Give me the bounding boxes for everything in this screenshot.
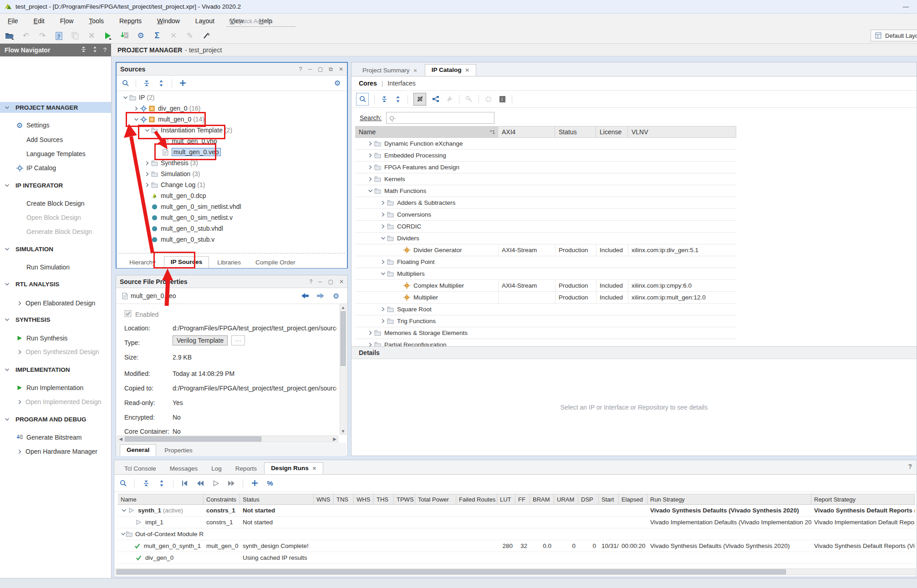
close-icon[interactable]: ✕ (413, 68, 418, 73)
panel-maximize-icon[interactable]: ▢ (318, 66, 323, 72)
tab-log[interactable]: Log (205, 463, 228, 474)
ip-row-multipliers[interactable]: Multipliers (355, 268, 736, 280)
sidebar-section-synthesis[interactable]: SYNTHESIS (0, 314, 111, 325)
chevron-right-icon[interactable] (380, 319, 386, 324)
column-header-name[interactable]: Name (118, 494, 204, 505)
column-header-failed-routes[interactable]: Failed Routes (456, 494, 497, 505)
search-icon[interactable] (121, 80, 129, 86)
column-header-vlnv[interactable]: VLNV (628, 126, 736, 138)
column-header-total-power[interactable]: Total Power (415, 494, 456, 505)
chevron-right-icon[interactable] (367, 177, 373, 182)
column-header-name[interactable]: Name^1 (355, 126, 498, 138)
column-header-lut[interactable]: LUT (497, 494, 515, 505)
run-row-mult-gen-0-synth-1[interactable]: mult_gen_0_synth_1mult_gen_0synth_design… (117, 540, 915, 552)
expand-all-icon[interactable] (158, 480, 166, 487)
tree-item-instantiation-template[interactable]: Instantiation Template(2) (117, 125, 347, 136)
delete-button[interactable]: ✕ (87, 31, 97, 41)
percent-icon[interactable]: % (266, 479, 274, 487)
filter-taxonomy-icon[interactable] (413, 93, 426, 106)
menu-layout[interactable]: Layout (188, 17, 222, 25)
column-header-tns[interactable]: TNS (334, 494, 354, 505)
run-row-div-gen-0[interactable]: div_gen_0Using cached IP results (117, 552, 915, 564)
properties-hscrollbar[interactable]: ◀ ▶ (117, 436, 338, 442)
add-run-icon[interactable] (250, 480, 259, 487)
ip-row-dividers[interactable]: Dividers (355, 233, 736, 244)
chip-icon[interactable] (484, 96, 493, 103)
type-more-button[interactable]: ··· (231, 335, 245, 345)
properties-vscrollbar[interactable]: ▲ ▼ (340, 304, 346, 435)
panel-minimize-icon[interactable]: ─ (318, 279, 322, 285)
menu-file[interactable]: File (0, 17, 26, 25)
run-row-out-of-context-module-runs[interactable]: Out-of-Context Module Runs (117, 528, 915, 540)
panel-maximize-icon[interactable]: ▢ (328, 279, 333, 285)
tab-ip-catalog[interactable]: IP Catalog✕ (425, 64, 476, 76)
forward-arrow-icon[interactable] (316, 293, 325, 299)
sidebar-section-program-and-debug[interactable]: PROGRAM AND DEBUG (0, 414, 111, 425)
ip-row-math-functions[interactable]: Math Functions (355, 185, 736, 197)
chevron-down-icon[interactable] (122, 95, 128, 100)
wand-icon[interactable] (201, 31, 211, 41)
tree-item-ip[interactable]: IP(2) (117, 92, 347, 103)
sidebar-section-project-manager[interactable]: PROJECT MANAGER (0, 102, 111, 113)
sidebar-item-language-templates[interactable]: Language Templates (0, 148, 111, 159)
step-forward-icon[interactable] (227, 480, 235, 487)
goto-start-icon[interactable] (181, 480, 189, 487)
column-header-tpws[interactable]: TPWS (394, 494, 415, 505)
tab-reports[interactable]: Reports (229, 463, 263, 474)
column-header-uram[interactable]: URAM (554, 494, 578, 505)
column-header-bram[interactable]: BRAM (530, 494, 554, 505)
tab-general[interactable]: General (120, 444, 156, 456)
column-header-whs[interactable]: WHS (354, 494, 374, 505)
run-button[interactable] (103, 31, 113, 41)
panel-help-icon[interactable]: ? (309, 279, 312, 285)
ip-row-multiplier[interactable]: MultiplierProductionIncludedxilinx.com:i… (355, 292, 736, 304)
chevron-right-icon[interactable] (367, 165, 373, 170)
sidebar-item-add-sources[interactable]: Add Sources (0, 134, 111, 145)
collapse-all-icon[interactable] (143, 80, 151, 86)
sidebar-item-settings[interactable]: ⚙Settings (0, 120, 111, 131)
panel-help-icon[interactable]: ? (299, 66, 302, 72)
tab-messages[interactable]: Messages (163, 463, 204, 474)
gear-icon[interactable]: ⚙ (332, 292, 340, 300)
quick-access-search[interactable]: Quick Access (226, 15, 295, 27)
tree-item-mult-gen-0-dcp[interactable]: mult_gen_0.dcp (117, 190, 347, 201)
open-project-button[interactable] (5, 31, 15, 41)
sidebar-section-implementation[interactable]: IMPLEMENTATION (0, 364, 111, 375)
menu-flow[interactable]: Flow (52, 17, 82, 25)
panel-close-icon[interactable]: ✕ (339, 66, 343, 72)
step-back-icon[interactable] (196, 480, 204, 487)
column-header-ff[interactable]: FF (515, 494, 530, 505)
tab-compile-order[interactable]: Compile Order (249, 257, 302, 268)
chevron-down-icon[interactable] (121, 532, 126, 537)
chevron-right-icon[interactable] (367, 330, 373, 335)
help-icon[interactable]: ? (103, 46, 107, 54)
chevron-down-icon[interactable] (380, 236, 386, 241)
sidebar-item-create-block-design[interactable]: Create Block Design (0, 198, 111, 209)
edit-pen-icon[interactable]: ✎ (185, 31, 195, 41)
ip-row-dynamic-function-exchange[interactable]: Dynamic Function eXchange (355, 138, 736, 150)
column-header-run-strategy[interactable]: Run Strategy (647, 494, 811, 505)
tab-project-summary[interactable]: Project Summary✕ (356, 65, 424, 76)
ip-search-input[interactable]: Q- (386, 112, 494, 124)
search-icon[interactable] (119, 480, 127, 487)
column-header-status[interactable]: Status (240, 494, 314, 505)
expand-all-icon[interactable] (157, 80, 165, 86)
sidebar-item-open-block-design[interactable]: Open Block Design (0, 212, 111, 223)
expand-all-icon[interactable] (92, 46, 98, 54)
minimize-icon[interactable]: — (903, 3, 917, 10)
column-header-status[interactable]: Status (555, 126, 596, 138)
ip-row-trig-functions[interactable]: Trig Functions (355, 315, 736, 327)
add-sources-icon[interactable] (178, 80, 187, 86)
panel-help-icon[interactable]: ? (908, 463, 912, 470)
menu-edit[interactable]: Edit (26, 17, 52, 25)
default-layout-button[interactable]: Default Layout (871, 30, 917, 41)
subtab-interfaces[interactable]: Interfaces (387, 80, 415, 87)
column-header-wns[interactable]: WNS (314, 494, 334, 505)
ip-row-fpga-features-and-design[interactable]: FPGA Features and Design (355, 162, 736, 173)
tab-libraries[interactable]: Libraries (211, 257, 247, 268)
chevron-down-icon[interactable] (380, 271, 386, 276)
chevron-right-icon[interactable] (367, 141, 373, 146)
column-header-elapsed[interactable]: Elapsed (619, 494, 647, 505)
tree-item-mult-gen-0-sim-netlist-vhdl[interactable]: mult_gen_0_sim_netlist.vhdl (117, 201, 347, 212)
sidebar-item-generate-bitstream[interactable]: 0110Generate Bitstream (0, 432, 111, 443)
